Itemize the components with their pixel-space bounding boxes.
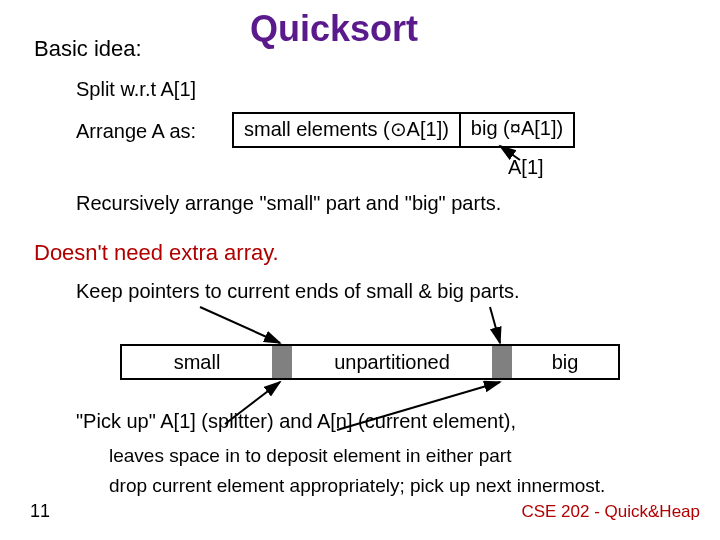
arrange-left-pre: small elements ( xyxy=(244,118,390,140)
heading-no-extra-array: Doesn't need extra array. xyxy=(34,240,279,266)
slide-title: Quicksort xyxy=(250,8,418,50)
text-leaves-space: leaves space in to deposit element in ei… xyxy=(109,445,511,467)
svg-line-2 xyxy=(490,307,500,343)
partition-bar: small unpartitioned big xyxy=(120,344,620,380)
arrange-right-post: A[1]) xyxy=(521,117,563,139)
a1-pivot-label: A[1] xyxy=(508,156,544,179)
segment-small: small xyxy=(122,346,272,378)
segment-big: big xyxy=(512,346,618,378)
arrange-cell-small: small elements (⊙A[1]) xyxy=(234,114,461,146)
footer-course: CSE 202 - Quick&Heap xyxy=(521,502,700,522)
arrange-right-pre: big ( xyxy=(471,117,510,139)
segment-unpartitioned: unpartitioned xyxy=(292,346,492,378)
text-pickup: "Pick up" A[1] (splitter) and A[n] (curr… xyxy=(76,410,516,433)
arrange-box: small elements (⊙A[1]) big (¤A[1]) xyxy=(232,112,575,148)
heading-basic-idea: Basic idea: xyxy=(34,36,142,62)
gap-marker-left xyxy=(272,346,292,378)
text-keep-pointers: Keep pointers to current ends of small &… xyxy=(76,280,520,303)
text-drop: drop current element appropriately; pick… xyxy=(109,475,605,497)
svg-line-1 xyxy=(200,307,280,343)
gap-marker-right xyxy=(492,346,512,378)
text-arrange-label: Arrange A as: xyxy=(76,120,196,143)
geq-icon: ¤ xyxy=(510,117,521,139)
page-number: 11 xyxy=(30,501,50,522)
text-split: Split w.r.t A[1] xyxy=(76,78,196,101)
arrange-cell-big: big (¤A[1]) xyxy=(461,114,573,146)
arrange-left-post: A[1]) xyxy=(407,118,449,140)
text-recursive: Recursively arrange "small" part and "bi… xyxy=(76,192,501,215)
leq-icon: ⊙ xyxy=(390,118,407,140)
